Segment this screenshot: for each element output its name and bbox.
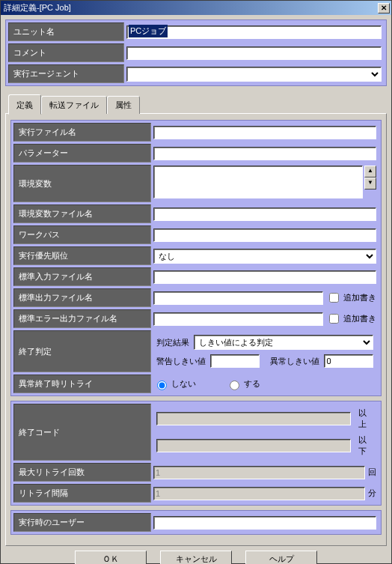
env-var-textarea[interactable]	[153, 166, 363, 198]
env-file-input[interactable]	[153, 207, 376, 221]
warn-thresh-label: 警告しきい値	[156, 356, 206, 367]
tab-panel-definition: 実行ファイル名 パラメーター 環境変数 ▲ ▼	[5, 113, 387, 546]
stdin-input[interactable]	[153, 270, 376, 284]
unit-name-selection: PCジョブ	[129, 25, 168, 37]
close-icon[interactable]: ✕	[378, 3, 390, 13]
retry-interval-unit: 分	[368, 488, 376, 499]
tab-attribute[interactable]: 属性	[107, 96, 140, 114]
retry-yes-radio[interactable]	[230, 380, 239, 390]
judge-result-select[interactable]: しきい値による判定	[194, 335, 373, 350]
exec-user-input[interactable]	[153, 516, 376, 530]
workpath-label: ワークパス	[13, 225, 151, 244]
abnorm-thresh-label: 異常しきい値	[270, 356, 319, 367]
exec-file-label: 実行ファイル名	[13, 123, 151, 142]
retry-interval-input	[153, 487, 365, 500]
stdout-input[interactable]	[153, 291, 323, 305]
stderr-label: 標準エラー出力ファイル名	[13, 309, 151, 328]
exec-user-label: 実行時のユーザー	[13, 513, 151, 532]
exec-agent-label: 実行エージェント	[8, 64, 124, 83]
retry-label: 異常終了時リトライ	[13, 375, 151, 393]
env-var-label: 環境変数	[13, 165, 151, 202]
comment-input[interactable]	[126, 46, 382, 60]
max-retry-label: 最大リトライ回数	[13, 463, 151, 482]
help-button[interactable]: ヘルプ	[245, 551, 317, 564]
max-retry-unit: 回	[368, 467, 376, 478]
ok-button[interactable]: ＯＫ	[75, 551, 147, 564]
header-block: ユニット名 PCジョブ コメント 実行エージェント	[5, 19, 387, 86]
exec-agent-select[interactable]	[126, 67, 382, 82]
retry-yes-label: する	[244, 378, 260, 389]
stdout-append-label: 追加書き	[343, 292, 376, 303]
stderr-append-checkbox[interactable]	[329, 314, 339, 324]
end-code-le-unit: 以下	[358, 434, 373, 457]
warn-thresh-input[interactable]	[210, 354, 260, 368]
workpath-input[interactable]	[153, 228, 376, 242]
exec-file-input[interactable]	[153, 126, 376, 139]
retry-no-radio[interactable]	[157, 380, 167, 390]
priority-select[interactable]: なし	[153, 249, 376, 264]
dialog-window: 詳細定義-[PC Job] ✕ ユニット名 PCジョブ コメント 実行エージェン…	[0, 0, 392, 564]
end-judge-label: 終了判定	[13, 330, 151, 372]
tab-definition[interactable]: 定義	[8, 94, 41, 115]
retry-no-label: しない	[171, 378, 196, 389]
stderr-input[interactable]	[153, 312, 323, 326]
param-label: パラメーター	[13, 144, 151, 163]
max-retry-input	[153, 466, 365, 479]
comment-label: コメント	[8, 43, 124, 62]
env-var-down-icon[interactable]: ▼	[364, 178, 376, 189]
tab-transfer-file[interactable]: 転送ファイル	[41, 96, 107, 114]
param-input[interactable]	[153, 147, 376, 160]
end-code-ge-unit: 以上	[358, 407, 373, 430]
end-code-le-input	[156, 439, 351, 452]
priority-label: 実行優先順位	[13, 246, 151, 265]
stdin-label: 標準入力ファイル名	[13, 267, 151, 286]
stdout-append-checkbox[interactable]	[329, 293, 339, 303]
env-var-up-icon[interactable]: ▲	[364, 166, 376, 178]
stderr-append-label: 追加書き	[343, 313, 376, 324]
abnorm-thresh-input[interactable]	[324, 354, 373, 368]
tabstrip: 定義 転送ファイル 属性	[5, 94, 387, 114]
button-bar: ＯＫ キャンセル ヘルプ	[5, 546, 387, 564]
stdout-label: 標準出力ファイル名	[13, 288, 151, 307]
window-title: 詳細定義-[PC Job]	[4, 2, 378, 13]
end-code-ge-input	[156, 412, 351, 425]
cancel-button[interactable]: キャンセル	[160, 551, 232, 564]
judge-result-label: 判定結果	[156, 337, 189, 348]
retry-interval-label: リトライ間隔	[13, 484, 151, 503]
titlebar: 詳細定義-[PC Job] ✕	[1, 1, 391, 15]
env-file-label: 環境変数ファイル名	[13, 204, 151, 223]
unit-name-label: ユニット名	[8, 22, 124, 41]
end-code-label: 終了コード	[13, 404, 151, 461]
